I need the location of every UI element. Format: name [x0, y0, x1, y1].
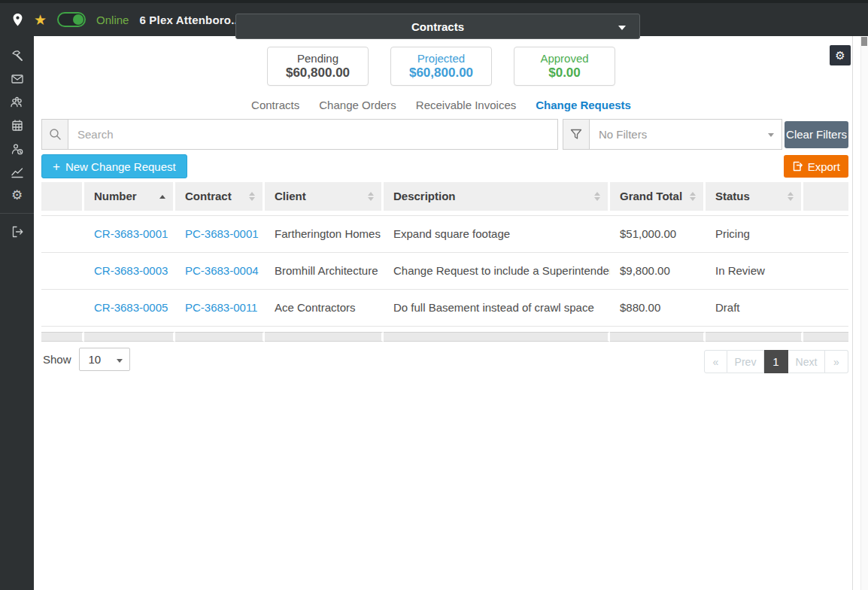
change-request-link[interactable]: CR-3683-0005: [94, 301, 168, 314]
plus-icon: +: [53, 160, 60, 173]
export-icon: [792, 161, 803, 172]
contract-link[interactable]: PC-3683-0004: [185, 264, 259, 277]
online-toggle[interactable]: [57, 12, 86, 27]
grand-total-cell: $880.00: [610, 290, 706, 326]
show-label: Show: [43, 353, 71, 366]
new-change-request-label: New Change Request: [65, 160, 176, 173]
header-expand-column: [41, 182, 84, 211]
client-cell: Fartherington Homes: [265, 216, 384, 252]
table-body: CR-3683-0001 PC-3683-0001 Fartherington …: [41, 215, 848, 327]
summary-card-projected: Projected $60,800.00: [390, 47, 492, 86]
clear-filters-button[interactable]: Clear Filters: [785, 121, 848, 148]
sort-icon: [788, 182, 794, 211]
card-value: $60,800.00: [409, 65, 473, 81]
summary-card-approved: Approved $0.00: [514, 47, 615, 86]
number-cell: CR-3683-0003: [84, 253, 175, 289]
contract-link[interactable]: PC-3683-0011: [185, 301, 257, 314]
change-request-link[interactable]: CR-3683-0001: [94, 227, 168, 240]
filters-dropdown-value: No Filters: [599, 128, 647, 141]
sidebar-item-time-clock[interactable]: [0, 137, 34, 160]
export-label: Export: [808, 160, 840, 173]
last-page-button[interactable]: »: [825, 350, 848, 373]
column-header-description[interactable]: Description: [384, 182, 610, 211]
sidebar-item-schedule[interactable]: [0, 114, 34, 137]
online-toggle-knob: [73, 14, 83, 25]
export-button[interactable]: Export: [784, 155, 848, 178]
row-expand-cell: [41, 253, 84, 289]
tab-change-orders[interactable]: Change Orders: [319, 99, 396, 111]
next-page-button[interactable]: Next: [788, 350, 825, 373]
tab-receivable-invoices[interactable]: Receivable Invoices: [416, 99, 516, 111]
change-request-link[interactable]: CR-3683-0003: [94, 264, 168, 277]
row-actions-cell: [803, 216, 848, 252]
row-actions-cell: [803, 253, 848, 289]
location-pin-icon[interactable]: [12, 13, 23, 27]
app-window: ★ Online 6 Plex Attenboro... Contracts: [0, 0, 868, 590]
column-header-client[interactable]: Client: [265, 182, 384, 211]
content-scroll-border: [852, 36, 853, 590]
number-cell: CR-3683-0001: [84, 216, 175, 252]
grand-total-cell: $9,800.00: [610, 253, 706, 289]
first-page-button[interactable]: «: [704, 350, 727, 373]
gear-icon: ⚙: [835, 50, 845, 61]
table-row: CR-3683-0001 PC-3683-0001 Fartherington …: [41, 215, 848, 252]
description-cell: Expand square footage: [384, 216, 610, 252]
sidebar-item-messages[interactable]: [0, 67, 34, 90]
tab-change-requests[interactable]: Change Requests: [536, 99, 631, 111]
contract-cell: PC-3683-0004: [175, 253, 265, 289]
sidebar-item-team[interactable]: [0, 90, 34, 114]
vertical-scrollbar[interactable]: [860, 36, 868, 590]
sidebar-item-tools[interactable]: [0, 44, 34, 67]
search-input[interactable]: [68, 119, 558, 150]
search-icon: [49, 128, 62, 141]
sidebar-item-settings[interactable]: ⚙: [0, 184, 34, 207]
card-label: Projected: [417, 52, 465, 65]
tab-bar: Contracts Change Orders Receivable Invoi…: [34, 99, 848, 111]
sidebar-item-logout[interactable]: [0, 220, 34, 243]
row-actions-cell: [803, 290, 848, 326]
team-icon: [10, 96, 24, 109]
description-cell: Change Request to include a Superintende…: [384, 253, 610, 289]
card-value: $60,800.00: [286, 65, 350, 81]
prev-page-button[interactable]: Prev: [727, 350, 764, 373]
funnel-icon: [570, 129, 582, 140]
new-change-request-button[interactable]: + New Change Request: [41, 154, 187, 178]
calendar-icon: [11, 119, 24, 132]
page-1-button[interactable]: 1: [764, 350, 788, 373]
search-icon-box: [41, 119, 68, 150]
sort-asc-icon: [159, 182, 165, 211]
contract-link[interactable]: PC-3683-0001: [185, 227, 259, 240]
tab-contracts[interactable]: Contracts: [251, 99, 299, 111]
client-cell: Ace Contractors: [265, 290, 384, 326]
mail-icon: [11, 72, 24, 86]
status-cell: In Review: [706, 253, 803, 289]
status-cell: Pricing: [706, 216, 803, 252]
page-selector-value: Contracts: [411, 20, 464, 33]
page-selector-dropdown[interactable]: Contracts: [235, 14, 640, 39]
sidebar-divider: [0, 213, 34, 214]
row-expand-cell: [41, 216, 84, 252]
filters-dropdown[interactable]: No Filters: [590, 119, 782, 150]
sidebar-item-reports[interactable]: [0, 160, 34, 184]
actions-row: + New Change Request Export: [41, 154, 848, 178]
table-row: CR-3683-0005 PC-3683-0011 Ace Contractor…: [41, 289, 848, 327]
column-header-status[interactable]: Status: [706, 182, 803, 211]
sort-icon: [249, 182, 255, 211]
star-icon[interactable]: ★: [34, 13, 47, 27]
column-header-number[interactable]: Number: [84, 182, 175, 211]
pagination: « Prev 1 Next »: [704, 350, 848, 373]
status-cell: Draft: [706, 290, 803, 326]
column-header-contract[interactable]: Contract: [175, 182, 265, 211]
filter-icon-box[interactable]: [563, 119, 590, 150]
topbar-left: ★ Online 6 Plex Attenboro...: [12, 3, 241, 36]
vertical-scrollbar-thumb[interactable]: [861, 37, 867, 46]
chevron-down-icon: [618, 26, 626, 30]
column-header-grand-total[interactable]: Grand Total: [610, 182, 706, 211]
page-settings-button[interactable]: ⚙: [830, 45, 851, 65]
page-size-select[interactable]: 10: [79, 348, 130, 371]
grand-total-cell: $51,000.00: [610, 216, 706, 252]
project-name[interactable]: 6 Plex Attenboro...: [139, 14, 241, 26]
hammer-icon: [11, 49, 24, 62]
summary-cards: Pending $60,800.00 Projected $60,800.00 …: [34, 47, 848, 86]
table-header: Number Contract Client Description Grand…: [41, 182, 848, 211]
